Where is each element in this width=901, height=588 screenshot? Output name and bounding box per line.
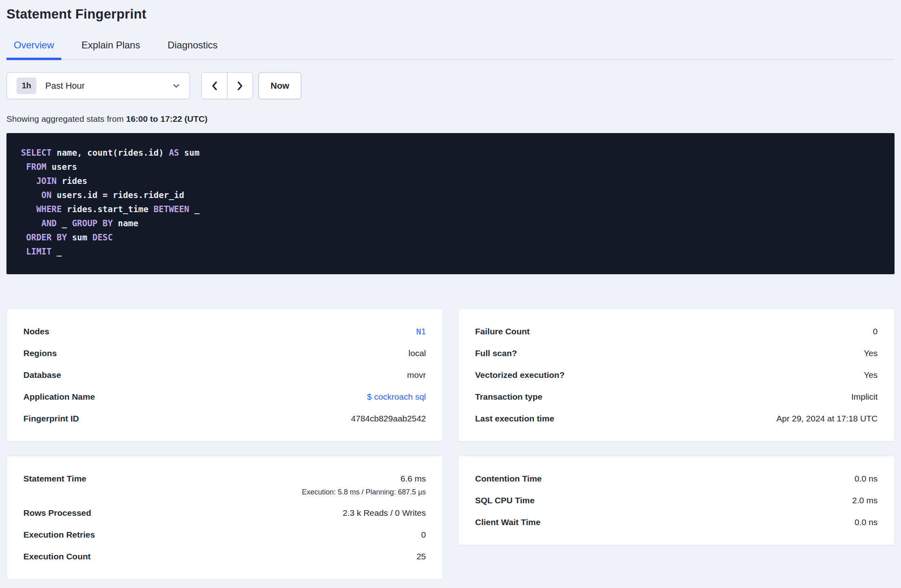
kv-row: Full scan? Yes [475,342,878,364]
aggregated-stats-range: 16:00 to 17:22 (UTC) [126,114,208,123]
kv-label: Regions [23,348,57,359]
kv-right: Yes [864,348,878,359]
kv-label: Client Wait Time [475,517,540,528]
tab-label: Explain Plans [81,40,140,50]
sql-keyword: BY [57,233,67,242]
kv-label: Application Name [23,391,95,402]
sql-keyword: BY [102,219,113,228]
kv-right: 0 [873,326,878,337]
sql-keyword: AND [42,219,57,228]
sql-line: LIMIT _ [21,245,880,259]
kv-label: Last execution time [475,413,554,424]
kv-right: local [409,348,426,359]
sql-text [21,176,36,186]
kv-row: Execution Count 25 [23,546,426,567]
tab-label: Diagnostics [167,40,217,50]
sql-line: WHERE rides.start_time BETWEEN _ [21,202,880,217]
kv-right: N1 [416,326,426,337]
chevron-left-icon [210,81,219,91]
sql-keyword: ON [42,190,52,200]
sql-keyword: SELECT [21,148,52,158]
kv-row: Fingerprint ID 4784cb829aab2542 [23,408,426,430]
sql-text: sum [179,148,200,158]
kv-right: 0.0 ns [855,517,878,528]
time-range-badge: 1h [17,77,36,94]
kv-row: Failure Count 0 [475,321,878,342]
sql-keyword: LIMIT [26,247,52,256]
kv-value: 0 [421,530,426,539]
kv-row: SQL CPU Time 2.0 ms [475,490,878,511]
kv-value: 4784cb829aab2542 [351,414,426,423]
kv-value-link[interactable]: N1 [416,327,426,336]
sql-text: rides [57,176,88,186]
sql-text: users.id = rides.rider_id [52,190,184,200]
kv-label: Failure Count [475,326,530,337]
sql-text: _ [57,219,72,228]
kv-value: 25 [417,552,426,561]
sql-text: users [46,162,77,172]
kv-label: Fingerprint ID [23,413,79,424]
kv-right: 0 [421,529,426,540]
chevron-right-icon [236,81,244,91]
kv-value: Yes [864,370,878,379]
kv-row: Regions local [23,342,426,364]
sql-keyword: GROUP [72,219,97,228]
kv-right: 0.0 ns [855,473,878,484]
kv-right: Implicit [851,391,878,402]
card-details-left: Nodes N1 Regions local Database movr App… [6,309,443,442]
sql-text [21,162,26,172]
kv-value: Yes [864,348,878,358]
kv-label: Vectorized execution? [475,369,565,381]
aggregated-stats-text: Showing aggregated stats from 16:00 to 1… [6,114,895,124]
kv-label: SQL CPU Time [475,495,534,506]
sql-text: name, count(rides.id) [52,148,169,158]
kv-value: Implicit [851,392,878,401]
chevron-down-icon [172,81,181,90]
statement-fingerprint-page: Statement Fingerprint Overview Explain P… [0,0,901,585]
sql-text: _ [52,247,62,256]
kv-row: Statement Time 6.6 ms Execution: 5.8 ms … [23,468,426,502]
kv-value: 0.0 ns [855,517,878,527]
card-details-right: Failure Count 0 Full scan? Yes Vectorize… [458,309,895,442]
now-button[interactable]: Now [259,72,301,99]
kv-row: Nodes N1 [23,321,426,342]
next-time-button[interactable] [227,73,252,99]
kv-right: Yes [864,369,878,381]
sql-keyword: WHERE [36,204,62,214]
kv-label: Contention Time [475,473,542,484]
tab-overview[interactable]: Overview [6,40,61,60]
sql-line: ON users.id = rides.rider_id [21,188,880,202]
sql-keyword: FROM [26,162,47,172]
time-controls: 1h Past Hour Now [6,72,895,99]
kv-value: 0 [873,327,878,336]
kv-right: $ cockroach sql [367,391,426,402]
kv-right: 4784cb829aab2542 [351,413,426,424]
kv-right: 2.3 k Reads / 0 Writes [343,507,426,519]
kv-row: Vectorized execution? Yes [475,364,878,386]
kv-label: Transaction type [475,391,542,402]
kv-value: 0.0 ns [855,474,878,483]
time-range-dropdown[interactable]: 1h Past Hour [6,72,190,99]
time-range-label: Past Hour [45,81,172,91]
kv-row: Client Wait Time 0.0 ns [475,511,878,533]
sql-keyword: JOIN [36,176,57,186]
sql-line: JOIN rides [21,174,880,188]
sql-keyword: DESC [92,233,113,242]
sql-text: _ [189,204,199,214]
kv-value-link[interactable]: $ cockroach sql [367,392,426,401]
sql-statement-box: SELECT name, count(rides.id) AS sum FROM… [6,133,895,274]
sql-text [21,233,26,242]
kv-right: 6.6 ms Execution: 5.8 ms / Planning: 687… [302,473,426,497]
tab-diagnostics[interactable]: Diagnostics [160,40,225,60]
sql-text [21,204,36,214]
kv-row: Execution Retries 0 [23,524,426,546]
card-stats-left: Statement Time 6.6 ms Execution: 5.8 ms … [6,456,443,580]
sql-line: ORDER BY sum DESC [21,231,880,245]
sql-text [21,219,42,228]
page-title: Statement Fingerprint [6,6,895,22]
tab-explain-plans[interactable]: Explain Plans [74,40,147,60]
tab-bar: Overview Explain Plans Diagnostics [6,40,895,60]
sql-keyword: AS [169,148,179,158]
prev-time-button[interactable] [202,73,227,99]
kv-value: local [409,348,426,358]
